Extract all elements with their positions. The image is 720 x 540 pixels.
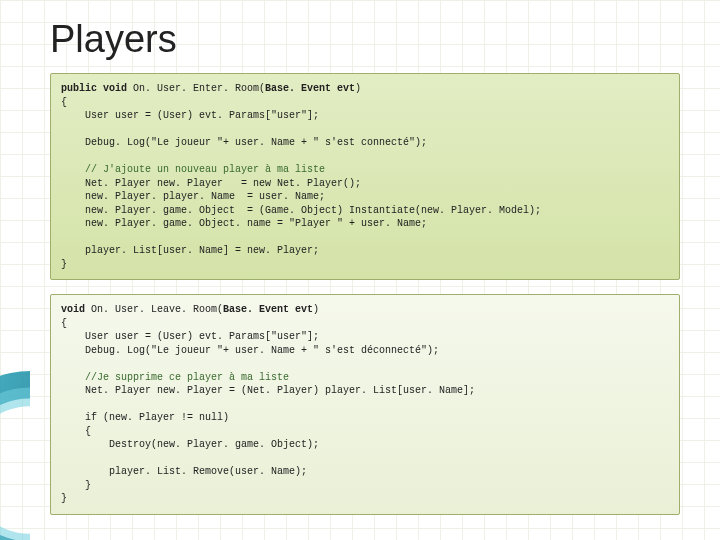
keyword: Base. Event evt bbox=[265, 83, 355, 94]
code-text: { bbox=[61, 318, 67, 329]
slide-title: Players bbox=[50, 18, 680, 61]
code-text: On. User. Enter. Room( bbox=[127, 83, 265, 94]
code-text: new. Player. game. Object = (Game. Objec… bbox=[61, 205, 541, 216]
code-comment: //Je supprime ce player à ma liste bbox=[61, 372, 289, 383]
code-text: Debug. Log("Le joueur "+ user. Name + " … bbox=[61, 345, 439, 356]
code-text: On. User. Leave. Room( bbox=[85, 304, 223, 315]
code-text: player. List. Remove(user. Name); bbox=[61, 466, 307, 477]
code-text: if (new. Player != null) bbox=[61, 412, 229, 423]
keyword: public void bbox=[61, 83, 127, 94]
code-text: User user = (User) evt. Params["user"]; bbox=[61, 110, 319, 121]
code-text: new. Player. player. Name = user. Name; bbox=[61, 191, 325, 202]
code-block-enter: public void On. User. Enter. Room(Base. … bbox=[50, 73, 680, 280]
code-text: ) bbox=[313, 304, 319, 315]
code-text: } bbox=[61, 480, 91, 491]
code-text: new. Player. game. Object. name = "Playe… bbox=[61, 218, 427, 229]
code-text: Net. Player new. Player = (Net. Player) … bbox=[61, 385, 475, 396]
code-text: Debug. Log("Le joueur "+ user. Name + " … bbox=[61, 137, 427, 148]
code-text: User user = (User) evt. Params["user"]; bbox=[61, 331, 319, 342]
code-block-leave: void On. User. Leave. Room(Base. Event e… bbox=[50, 294, 680, 515]
keyword: void bbox=[61, 304, 85, 315]
code-text: { bbox=[61, 97, 67, 108]
code-text: Net. Player new. Player = new Net. Playe… bbox=[61, 178, 361, 189]
code-text: { bbox=[61, 426, 91, 437]
code-text: } bbox=[61, 493, 67, 504]
code-text: Destroy(new. Player. game. Object); bbox=[61, 439, 319, 450]
code-text: ) bbox=[355, 83, 361, 94]
code-comment: // J'ajoute un nouveau player à ma liste bbox=[61, 164, 325, 175]
code-text: } bbox=[61, 259, 67, 270]
keyword: Base. Event evt bbox=[223, 304, 313, 315]
slide-content: Players public void On. User. Enter. Roo… bbox=[0, 0, 720, 539]
code-text: player. List[user. Name] = new. Player; bbox=[61, 245, 319, 256]
